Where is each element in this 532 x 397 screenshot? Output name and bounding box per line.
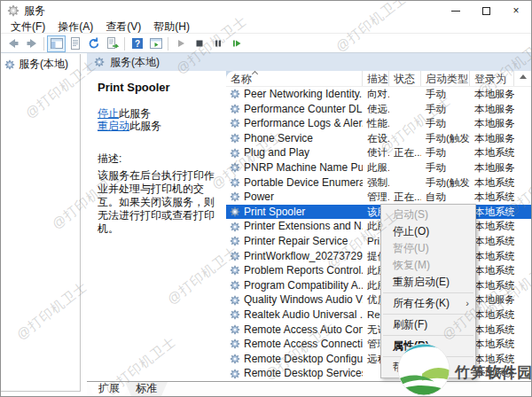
pane-header-label: 服务(本地) [110,55,160,70]
column-header-startup[interactable]: 启动类型 [421,71,470,86]
stop-service-button[interactable] [190,35,208,52]
context-menu-item-恢复(M): 恢复(M) [381,257,475,274]
selected-service-name: Print Spooler [98,81,217,94]
maximize-icon [482,7,490,15]
stop-service-link[interactable]: 停止 [98,107,119,120]
list-header: 名称描述状态启动类型登录为 [226,71,531,87]
service-row-performance-counter-dl-[interactable]: Performance Counter DL...使远...手动本地服务 [226,102,531,117]
description-label: 描述: [98,152,217,167]
console-tree-icon [50,36,64,51]
service-row-printer-repair-service[interactable]: Printer Repair ServicePri...本地系统 [226,234,531,249]
forward-icon [25,36,39,51]
service-row-plug-and-play[interactable]: Plug and Play使计...正在...手动本地系统 [226,145,531,160]
column-header-desc[interactable]: 描述 [363,71,389,86]
cell-desc: 在设... [363,131,389,146]
context-menu-item-重新启动(E)[interactable]: 重新启动(E) [381,274,475,291]
menu-查看(V)[interactable]: 查看(V) [99,19,147,35]
close-button[interactable]: × [501,1,531,20]
context-menu-item-刷新(F)[interactable]: 刷新(F) [381,316,475,333]
cell-logon: 本地系统 [470,278,514,293]
cell-name: PNRP Machine Name Pu... [226,160,363,175]
export-list-button[interactable] [103,35,121,52]
pause-service-button[interactable] [208,35,227,52]
service-row-problem-reports-control-[interactable]: Problem Reports Control...此服...本地系统 [226,263,531,278]
service-row-remote-access-auto-con-[interactable]: Remote Access Auto Con...无论...本地系统 [226,323,531,338]
show-hide-action-pane-button[interactable] [146,35,165,52]
service-row-portable-device-enumera-[interactable]: Portable Device Enumera...强制...手动(触发...本… [226,175,531,191]
export-list-icon [106,36,120,51]
scrollbar-up-arrow[interactable] [520,74,527,79]
tree-item-label: 服务(本地) [19,57,68,72]
properties-button[interactable] [66,35,84,52]
service-row-printer-extensions-and-n-[interactable]: Printer Extensions and N...此服...本地系统 [226,219,531,234]
cell-startup: 手动(触发... [421,175,470,191]
toolbar-separator [168,37,168,51]
cell-logon: 本地服务 [470,87,514,102]
tree-item-services-local[interactable]: 服务(本地) [1,54,80,74]
start-service-button[interactable] [171,35,190,52]
title-bar: 服务 × [1,1,531,20]
service-gear-icon [230,309,240,320]
cell-name: PrintWorkflow_20273729 [226,249,363,264]
column-header-name[interactable]: 名称 [226,71,363,86]
tab-扩展[interactable]: 扩展 [88,382,130,396]
cell-logon: 本地系统 [470,175,514,191]
service-row-phone-service[interactable]: Phone Service在设...手动(触发...本地服务 [226,131,531,146]
service-gear-icon [230,222,240,232]
context-menu-item-停止(O)[interactable]: 停止(O) [381,223,475,240]
tab-标准[interactable]: 标准 [125,382,168,396]
restart-service-icon [230,36,244,51]
service-row-quality-windows-audio-v-[interactable]: Quality Windows Audio V...优质...本地服务 [226,292,531,307]
service-gear-icon [230,89,240,99]
help-icon: ? [130,36,145,51]
console-tree-panel: 服务(本地) [1,54,81,392]
column-header-logon[interactable]: 登录为 [470,71,514,86]
cell-desc: 使远... [363,102,389,117]
site-logo: 竹笋软件园 [396,342,532,397]
cell-status: 正在... [389,190,421,205]
restart-service-button[interactable] [227,35,246,52]
service-row-pnrp-machine-name-pu-[interactable]: PNRP Machine Name Pu...此服...手动本地服务 [226,160,531,175]
back-button[interactable] [4,35,22,52]
menu-帮助(H)[interactable]: 帮助(H) [147,19,196,35]
service-row-power[interactable]: Power管理...正在...自动本地系统 [226,190,531,205]
cell-startup: 自动 [421,190,470,205]
column-header-status[interactable]: 状态 [389,71,421,86]
service-list-backdrop: 名称描述状态启动类型登录为 Peer Networking Identity..… [226,71,531,381]
restart-service-link[interactable]: 重启动 [98,120,129,132]
service-row-performance-logs-aler-[interactable]: Performance Logs & Aler...性能...手动本地服务 [226,116,531,131]
properties-icon [68,36,82,51]
sort-ascending-icon [252,71,258,77]
show-hide-console-tree-button[interactable] [47,35,66,52]
forward-button[interactable] [22,35,41,52]
cell-name: Print Spooler [226,205,363,220]
cell-startup: 手动(触发... [421,131,470,146]
service-row-peer-networking-identity-[interactable]: Peer Networking Identity...向对...手动本地服务 [226,87,531,102]
minimize-icon [451,11,460,12]
cell-name: Remote Desktop Services [226,366,363,381]
service-row-realtek-audio-universal-[interactable]: Realtek Audio Universal ...Re...本地系统 [226,307,531,323]
cell-logon: 本地系统 [470,323,514,338]
help-button[interactable]: ? [128,35,146,52]
service-row-print-spooler[interactable]: Print Spooler该服...本地系统 [226,205,531,220]
services-gear-icon [94,57,105,67]
service-row-printworkflow-20273729[interactable]: PrintWorkflow_20273729提供...本地系统 [226,249,531,264]
cell-logon: 本地服务 [470,131,514,146]
service-gear-icon [230,191,240,202]
maximize-button[interactable] [471,1,501,20]
context-menu-item-启动(S): 启动(S) [381,206,475,223]
context-menu-item-所有任务(K)[interactable]: 所有任务(K)› [381,295,475,312]
cell-name: Printer Repair Service [226,234,363,249]
minimize-button[interactable] [441,1,471,20]
service-gear-icon [230,339,240,349]
menu-separator [383,292,473,293]
refresh-button[interactable] [84,35,103,52]
action-pane-icon [149,36,163,51]
service-gear-icon [230,118,240,128]
services-gear-icon [4,59,15,70]
menu-文件(F)[interactable]: 文件(F) [4,19,51,35]
service-row-program-compatibility-a-[interactable]: Program Compatibility A...此服...本地系统 [226,278,531,293]
cell-startup: 手动 [421,145,470,160]
service-gear-icon [230,354,240,364]
menu-操作(A)[interactable]: 操作(A) [51,19,99,35]
